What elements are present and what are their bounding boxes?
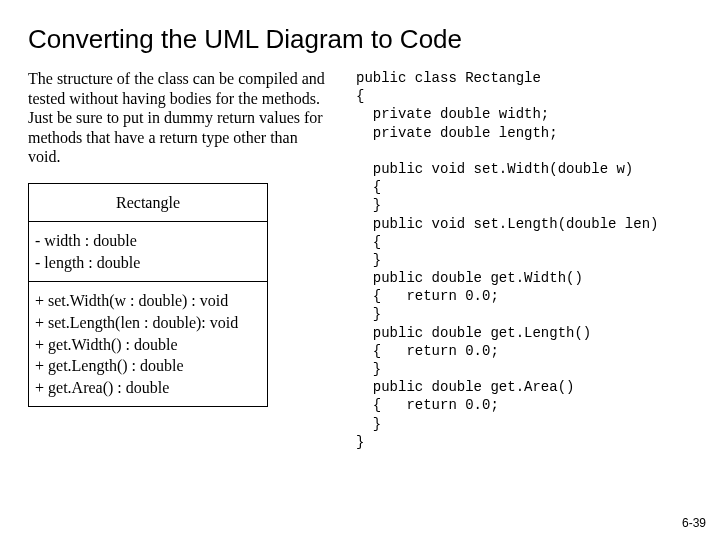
uml-methods: + set.Width(w : double) : void + set.Len… [29, 282, 267, 406]
description-text: The structure of the class can be compil… [28, 69, 328, 167]
page-number: 6-39 [682, 516, 706, 530]
slide: Converting the UML Diagram to Code The s… [0, 0, 720, 451]
code-listing: public class Rectangle { private double … [356, 69, 658, 451]
slide-title: Converting the UML Diagram to Code [28, 24, 692, 55]
uml-class-name: Rectangle [29, 184, 267, 223]
left-column: The structure of the class can be compil… [28, 69, 328, 451]
uml-attributes: - width : double - length : double [29, 222, 267, 282]
uml-diagram: Rectangle - width : double - length : do… [28, 183, 268, 408]
content-row: The structure of the class can be compil… [28, 69, 692, 451]
